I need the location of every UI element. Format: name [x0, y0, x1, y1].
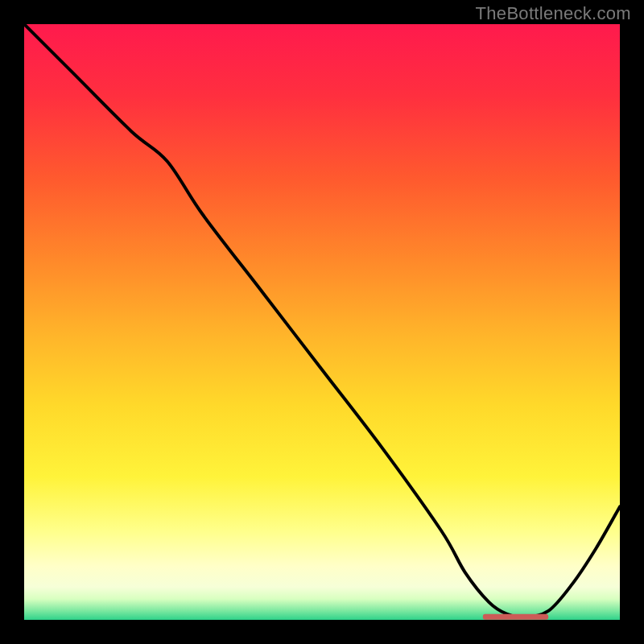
plot-svg — [24, 24, 620, 620]
watermark-text: TheBottleneck.com — [476, 3, 631, 24]
plot-area — [24, 24, 620, 620]
chart-frame: TheBottleneck.com — [0, 0, 644, 644]
optimal-range-marker — [483, 614, 548, 620]
